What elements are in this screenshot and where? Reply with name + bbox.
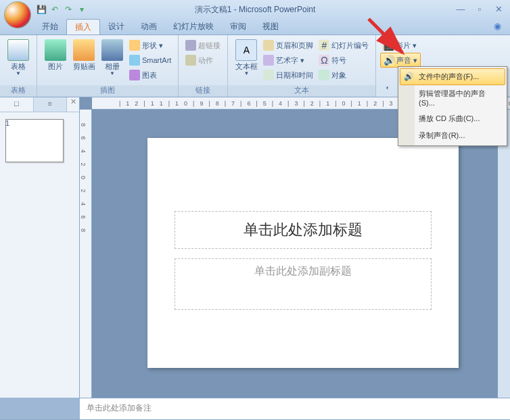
record-label: 录制声音(R)... [419, 131, 465, 139]
tab-slideshow[interactable]: 幻灯片放映 [165, 19, 222, 34]
vertical-ruler: 8 6 4 2 0 2 4 6 8 [80, 110, 92, 398]
action-button[interactable]: 动作 [183, 53, 223, 68]
group-label-illus: 插图 [37, 85, 178, 97]
smartart-button[interactable]: SmartArt [126, 53, 174, 68]
date-icon [263, 70, 274, 80]
sound-dropdown: 🔊文件中的声音(F)... 剪辑管理器中的声音(S)... 播放 CD 乐曲(C… [398, 66, 507, 146]
tab-review[interactable]: 审阅 [222, 19, 254, 34]
tab-design[interactable]: 设计 [100, 19, 133, 34]
shapes-button[interactable]: 形状 ▾ [126, 38, 174, 53]
wordart-icon [263, 55, 274, 66]
picture-label: 图片 [48, 62, 63, 70]
movie-button[interactable]: 🎬影片 ▾ [380, 38, 421, 53]
shapes-icon [129, 40, 140, 51]
smartart-icon [129, 55, 140, 66]
group-label-links: 链接 [179, 85, 227, 97]
textbox-label: 文本框 [235, 62, 258, 70]
qat-more-icon[interactable]: ▾ [76, 3, 88, 16]
minimize-button[interactable]: — [453, 4, 468, 15]
slide-canvas[interactable]: 单击此处添加标题 单击此处添加副标题 [147, 138, 459, 368]
vertical-scrollbar[interactable] [498, 110, 510, 398]
sound-from-file-label: 文件中的声音(F)... [419, 72, 479, 80]
punct-comma[interactable]: ， [383, 79, 392, 91]
clipart-button[interactable]: 剪贴画 [70, 38, 98, 72]
table-button[interactable]: 表格 ▼ [4, 38, 32, 78]
outline-tab[interactable]: ≡ [34, 97, 68, 112]
action-label: 动作 [198, 55, 213, 66]
save-icon[interactable]: 💾 [35, 3, 47, 16]
chart-button[interactable]: 图表 [126, 68, 174, 83]
object-label: 对象 [331, 70, 346, 80]
group-label-tables: 表格 [0, 85, 37, 97]
group-tables: 表格 ▼ 表格 [0, 35, 37, 97]
smartart-label: SmartArt [142, 56, 171, 64]
object-icon [319, 70, 329, 80]
subtitle-placeholder[interactable]: 单击此处添加副标题 [175, 258, 432, 310]
redo-icon[interactable]: ↷ [62, 3, 74, 16]
title-placeholder[interactable]: 单击此处添加标题 [175, 211, 432, 249]
ribbon-tabs: 开始 插入 设计 动画 幻灯片放映 审阅 视图 ◉ [0, 19, 510, 35]
slidenum-icon: # [319, 40, 329, 51]
speaker-icon: 🔊 [404, 72, 415, 83]
window-controls: — ▫ ✕ [453, 4, 506, 15]
close-button[interactable]: ✕ [491, 4, 506, 15]
close-pane-icon[interactable]: ✕ [67, 97, 79, 112]
album-icon [101, 39, 123, 61]
hyperlink-icon [185, 40, 196, 51]
sound-label: 声音 [396, 55, 411, 66]
quick-access-toolbar: 💾 ↶ ↷ ▾ [35, 3, 88, 16]
movie-icon: 🎬 [383, 40, 394, 51]
date-label: 日期和时间 [276, 70, 313, 80]
slides-tab[interactable]: □ [0, 97, 34, 112]
sound-from-clipmanager[interactable]: 剪辑管理器中的声音(S)... [400, 85, 505, 110]
header-footer-button[interactable]: 页眉和页脚 [260, 38, 316, 53]
thumbnail-1[interactable]: 1 [5, 119, 74, 162]
notes-pane[interactable]: 单击此处添加备注 [80, 398, 510, 419]
header-label: 页眉和页脚 [276, 41, 313, 51]
hyperlink-button[interactable]: 超链接 [183, 38, 223, 53]
symbol-button[interactable]: Ω符号 [316, 53, 371, 68]
album-label: 相册 [105, 62, 120, 70]
tab-home[interactable]: 开始 [34, 19, 66, 34]
record-sound[interactable]: 录制声音(R)... [400, 127, 505, 144]
slidenum-label: 幻灯片编号 [331, 41, 369, 51]
tab-view[interactable]: 视图 [254, 19, 287, 34]
sound-icon: 🔊 [384, 55, 394, 66]
picture-button[interactable]: 图片 [41, 38, 70, 72]
group-text: A文本框▼ 页眉和页脚 艺术字 ▾ 日期和时间 #幻灯片编号 Ω符号 对象 文本 [228, 35, 376, 97]
group-links: 超链接 动作 链接 [179, 35, 228, 97]
chart-label: 图表 [142, 70, 157, 80]
office-button[interactable] [4, 1, 31, 28]
chart-icon [129, 70, 140, 80]
datetime-button[interactable]: 日期和时间 [260, 68, 316, 83]
tab-insert[interactable]: 插入 [66, 19, 100, 34]
play-cd-track[interactable]: 播放 CD 乐曲(C)... [400, 110, 505, 127]
sound-from-file[interactable]: 🔊文件中的声音(F)... [400, 68, 505, 85]
restore-button[interactable]: ▫ [472, 4, 487, 15]
textbox-button[interactable]: A文本框▼ [232, 38, 260, 78]
symbol-icon: Ω [319, 55, 329, 66]
group-illustrations: 图片 剪贴画 相册▼ 形状 ▾ SmartArt 图表 插图 [37, 35, 179, 97]
clipart-icon [73, 39, 95, 61]
slidenumber-button[interactable]: #幻灯片编号 [316, 38, 371, 53]
picture-icon [45, 39, 66, 61]
wordart-label: 艺术字 [276, 55, 298, 66]
shapes-label: 形状 [142, 41, 157, 51]
help-icon[interactable]: ◉ [492, 19, 503, 34]
group-label-text: 文本 [228, 85, 375, 97]
tab-animations[interactable]: 动画 [133, 19, 165, 34]
undo-icon[interactable]: ↶ [49, 3, 61, 16]
table-label: 表格 [11, 62, 26, 70]
table-icon [7, 39, 29, 61]
sound-button[interactable]: 🔊声音 ▾ [380, 53, 421, 68]
header-icon [263, 40, 274, 51]
hyperlink-label: 超链接 [198, 41, 221, 51]
symbol-label: 符号 [331, 55, 346, 66]
title-bar: 💾 ↶ ↷ ▾ 演示文稿1 - Microsoft PowerPoint — ▫… [0, 0, 510, 19]
wordart-button[interactable]: 艺术字 ▾ [260, 53, 316, 68]
thumbnails-pane: □ ≡ ✕ 1 [0, 97, 80, 398]
album-button[interactable]: 相册▼ [98, 38, 126, 78]
window-title: 演示文稿1 - Microsoft PowerPoint [195, 4, 316, 16]
object-button[interactable]: 对象 [316, 68, 371, 83]
sound-clip-label: 剪辑管理器中的声音(S)... [419, 89, 486, 107]
